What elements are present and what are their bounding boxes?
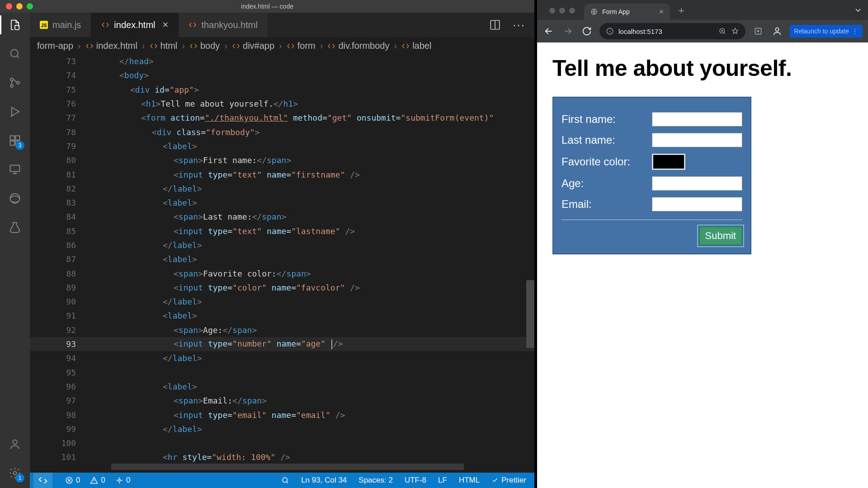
code-line[interactable]: 80<span>First name:</span> (30, 153, 534, 167)
code-line[interactable]: 85<input type="text" name="lastname" /> (30, 224, 534, 238)
close-tab-icon[interactable]: × (659, 7, 664, 17)
code-line[interactable]: 92<span>Age:</span> (30, 323, 534, 337)
minimize-window-button[interactable] (559, 8, 565, 14)
input-email[interactable] (652, 197, 742, 211)
code-line[interactable]: 99</label> (30, 422, 534, 436)
code-line[interactable]: 101<hr style="width: 100%" /> (30, 450, 534, 464)
relaunch-to-update-button[interactable]: Relaunch to update ⋮ (790, 25, 863, 38)
code-line[interactable]: 74<body> (30, 68, 534, 82)
window-title: index.html — code (0, 3, 534, 10)
code-line[interactable]: 88<span>Favorite color:</span> (30, 266, 534, 280)
status-eol[interactable]: LF (438, 476, 447, 485)
bookmark-star-icon[interactable] (731, 27, 739, 35)
code-line[interactable]: 89<input type="color" name="favcolor" /> (30, 281, 534, 295)
browser-window: Form App × ＋ localhost:5173 (534, 0, 868, 488)
status-errors[interactable]: 0 (65, 476, 80, 485)
accounts-icon[interactable] (7, 436, 23, 452)
extensions-icon[interactable]: 3 (7, 133, 23, 148)
browser-tab[interactable]: Form App × (584, 4, 670, 20)
browser-tab-title: Form App (602, 8, 630, 15)
code-line[interactable]: 82</label> (30, 182, 534, 196)
run-debug-icon[interactable] (7, 104, 23, 119)
editor-tab[interactable]: index.html× (91, 13, 179, 37)
code-line[interactable]: 75<div id="app"> (30, 83, 534, 97)
zoom-window-button[interactable] (569, 8, 575, 14)
submit-button[interactable]: Submit (699, 226, 742, 245)
settings-gear-icon[interactable]: 1 (7, 465, 23, 481)
split-editor-icon[interactable] (489, 19, 501, 31)
code-line[interactable]: 87<label> (30, 252, 534, 266)
install-app-icon[interactable] (752, 25, 764, 38)
more-actions-icon[interactable]: ··· (513, 18, 525, 32)
breadcrumb-item[interactable]: div.formbody (338, 41, 389, 51)
code-line[interactable]: 79<label> (30, 139, 534, 153)
status-ports[interactable]: 0 (115, 476, 130, 485)
testing-icon[interactable] (7, 220, 23, 235)
editor-tabs: JSmain.jsindex.html×thankyou.html ··· (30, 13, 534, 37)
code-line[interactable]: 81<input type="text" name="firstname" /> (30, 167, 534, 181)
label-firstname: First name: (561, 113, 652, 126)
code-line[interactable]: 97<span>Email:</span> (30, 394, 534, 408)
back-button[interactable] (542, 25, 555, 38)
status-formatter[interactable]: Prettier (491, 476, 526, 485)
code-line[interactable]: 86</label> (30, 238, 534, 252)
remote-indicator[interactable] (33, 473, 52, 488)
editor-tab[interactable]: thankyou.html (179, 13, 268, 37)
editor-tab[interactable]: JSmain.js (30, 13, 91, 37)
code-line[interactable]: 96<label> (30, 380, 534, 394)
status-spaces[interactable]: Spaces: 2 (359, 476, 393, 485)
chevron-down-icon[interactable] (853, 5, 863, 15)
code-line[interactable]: 84<span>Last name:</span> (30, 210, 534, 224)
breadcrumb-item[interactable]: body (200, 41, 220, 51)
source-control-icon[interactable] (7, 75, 23, 90)
status-search[interactable] (281, 476, 289, 484)
status-warnings[interactable]: 0 (90, 476, 105, 485)
form-row-firstname: First name: (561, 112, 742, 127)
breadcrumb-item[interactable]: index.html (96, 41, 137, 51)
horizontal-scrollbar-thumb[interactable] (111, 464, 464, 470)
breadcrumbs[interactable]: form-app›index.html›html›body›div#app›fo… (30, 37, 534, 54)
input-age[interactable] (652, 176, 742, 191)
close-window-button[interactable] (549, 8, 555, 14)
code-line[interactable]: 91<label> (30, 309, 534, 323)
explorer-icon[interactable] (7, 17, 23, 33)
reload-button[interactable] (580, 25, 593, 38)
browser-tabstrip: Form App × ＋ (537, 0, 868, 20)
status-encoding[interactable]: UTF-8 (405, 476, 426, 485)
zoom-icon[interactable] (718, 27, 726, 35)
code-line[interactable]: 100 (30, 436, 534, 450)
breadcrumb-item[interactable]: div#app (243, 41, 274, 51)
status-cursor[interactable]: Ln 93, Col 34 (301, 476, 347, 485)
remote-explorer-icon[interactable] (7, 162, 23, 177)
code-editor[interactable]: 73</head>74<body>75<div id="app">76<h1>T… (30, 54, 534, 473)
input-firstname[interactable] (652, 112, 742, 127)
profile-icon[interactable] (771, 25, 783, 38)
breadcrumb-item[interactable]: html (160, 41, 178, 51)
breadcrumb-item[interactable]: form (297, 41, 316, 51)
input-favcolor[interactable] (652, 154, 685, 170)
breadcrumb-item[interactable]: label (412, 41, 431, 51)
input-lastname[interactable] (652, 133, 742, 147)
breadcrumb-item[interactable]: form-app (37, 41, 73, 51)
code-line[interactable]: 90</label> (30, 295, 534, 309)
vertical-scrollbar-thumb[interactable] (526, 280, 534, 348)
code-line[interactable]: 83<label> (30, 196, 534, 210)
search-icon[interactable] (7, 46, 23, 61)
forward-button[interactable] (561, 25, 574, 38)
site-info-icon[interactable] (606, 27, 614, 35)
code-line[interactable]: 78<div class="formbody"> (30, 125, 534, 139)
code-line[interactable]: 94</label> (30, 351, 534, 365)
code-line[interactable]: 77<form action="./thankyou.html" method=… (30, 111, 534, 125)
status-language[interactable]: HTML (459, 476, 480, 485)
code-line[interactable]: 93<input type="number" name="age" /> (30, 337, 534, 351)
code-line[interactable]: 95 (30, 366, 534, 380)
close-tab-icon[interactable]: × (163, 19, 169, 31)
new-tab-button[interactable]: ＋ (676, 4, 686, 17)
svg-rect-5 (10, 136, 14, 140)
code-line[interactable]: 98<input type="email" name="email" /> (30, 408, 534, 422)
edge-tools-icon[interactable] (7, 191, 23, 206)
code-line[interactable]: 76<h1>Tell me about yourself.</h1> (30, 97, 534, 111)
code-line[interactable]: 73</head> (30, 54, 534, 68)
svg-point-12 (14, 472, 17, 475)
address-bar[interactable]: localhost:5173 (599, 23, 745, 39)
